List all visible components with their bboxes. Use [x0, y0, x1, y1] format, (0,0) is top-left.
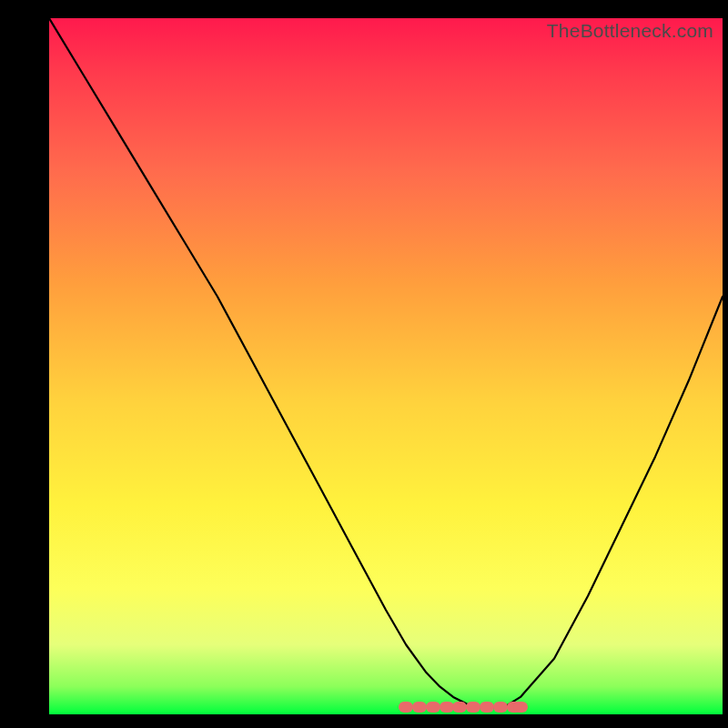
- valley-markers: [49, 18, 723, 714]
- marker: [440, 702, 454, 713]
- marker: [452, 702, 467, 713]
- marker: [466, 702, 480, 713]
- marker: [426, 702, 440, 713]
- plot-area: TheBottleneck.com: [49, 18, 723, 714]
- marker: [513, 702, 528, 713]
- marker: [480, 702, 494, 713]
- marker: [412, 702, 427, 713]
- marker: [399, 702, 413, 713]
- chart-frame: TheBottleneck.com: [0, 0, 728, 728]
- marker: [493, 702, 508, 713]
